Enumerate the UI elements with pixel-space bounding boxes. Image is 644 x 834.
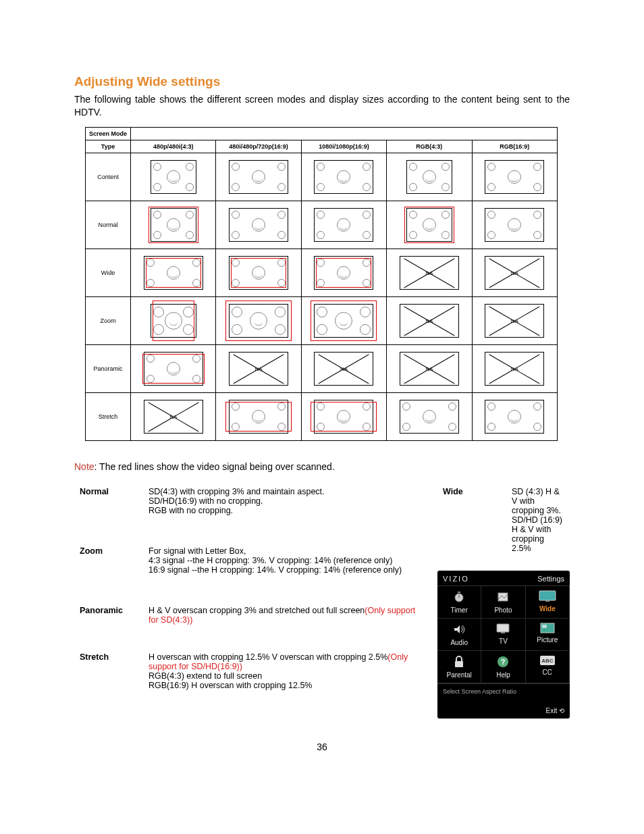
cell-normal-4: [472, 201, 557, 249]
osd-item-parental[interactable]: Parental: [437, 651, 481, 683]
cell-zoom-2: [301, 296, 386, 344]
svg-rect-10: [542, 625, 547, 628]
page-number: 36: [74, 741, 570, 752]
cell-zoom-3: NA: [387, 296, 472, 344]
def-stretch-text: H overscan with cropping 12.5% V oversca…: [143, 646, 424, 719]
svg-rect-11: [455, 661, 463, 667]
def-stretch-label: Stretch: [74, 646, 143, 719]
osd-settings-label: Settings: [537, 575, 564, 583]
osd-item-label: CC: [543, 669, 552, 676]
definitions: Normal SD(4:3) with cropping 3% and main…: [74, 480, 570, 719]
def-wide-label: Wide: [437, 480, 506, 560]
osd-item-label: Help: [496, 671, 510, 679]
def-normal-text: SD(4:3) with cropping 3% and maintain as…: [143, 480, 424, 540]
photo-icon: [496, 590, 510, 604]
def-wide-text: SD (4:3) H & V with cropping 3%. SD/HD (…: [506, 480, 570, 560]
osd-item-label: Audio: [450, 639, 468, 646]
cell-content-3: [387, 153, 472, 201]
tv-icon: [495, 623, 510, 635]
row-label-wide: Wide: [86, 249, 131, 296]
audio-icon: [452, 623, 466, 636]
def-zoom-label: Zoom: [74, 540, 143, 599]
svg-rect-8: [501, 632, 505, 633]
row-label-normal: Normal: [86, 201, 131, 249]
osd-item-label: Wide: [539, 605, 556, 613]
defs-right: Wide SD (4:3) H & V with cropping 3%. SD…: [437, 480, 570, 560]
cell-content-1: [216, 153, 301, 201]
row-label-stretch: Stretch: [86, 392, 131, 440]
cell-panoramic-1: NA: [216, 344, 301, 392]
header-screen-mode: Screen Mode: [86, 127, 131, 140]
svg-rect-7: [497, 624, 509, 632]
svg-text:ABC: ABC: [541, 658, 554, 664]
cell-content-4: [472, 153, 557, 201]
cell-normal-3: [387, 201, 472, 249]
cell-panoramic-0: [131, 344, 216, 392]
cell-zoom-1: [216, 296, 301, 344]
row-label-zoom: Zoom: [86, 296, 131, 344]
row-label-panoramic: Panoramic: [86, 344, 131, 392]
lock-icon: [453, 655, 465, 669]
defs-left: Normal SD(4:3) with cropping 3% and main…: [74, 480, 424, 719]
cc-icon: ABC: [539, 655, 556, 666]
cell-stretch-3: [387, 392, 472, 440]
section-title: Adjusting Wide settings: [74, 74, 570, 89]
osd-item-help[interactable]: ?Help: [481, 651, 525, 683]
header-col-5: RGB(16:9): [472, 140, 557, 153]
osd-item-timer[interactable]: Timer: [437, 586, 481, 619]
cell-wide-1: [216, 249, 301, 296]
cell-wide-4: NA: [472, 249, 557, 296]
def-zoom-text: For signal with Letter Box, 4:3 signal -…: [143, 540, 424, 599]
screen-mode-table: Screen Mode Type480p/480i(4:3)480i/480p/…: [85, 127, 558, 441]
osd-item-label: TV: [499, 637, 508, 645]
cell-stretch-2: [301, 392, 386, 440]
note: Note: The red lines show the video signa…: [74, 461, 570, 472]
header-col-2: 480i/480p/720p(16:9): [216, 140, 301, 153]
picture-icon: [540, 623, 555, 633]
osd-item-tv[interactable]: TV: [481, 619, 525, 651]
cell-content-0: [131, 153, 216, 201]
note-label: Note: [74, 461, 95, 472]
cell-wide-3: NA: [387, 249, 472, 296]
note-text: : The red lines show the video signal be…: [95, 461, 335, 472]
osd-item-label: Parental: [447, 671, 472, 679]
svg-rect-4: [539, 591, 556, 600]
osd-screenshot: VIZIO Settings TimerPhotoWideAudioTVPict…: [437, 571, 570, 719]
cell-zoom-4: NA: [472, 296, 557, 344]
osd-item-label: Photo: [494, 606, 512, 614]
osd-item-label: Timer: [451, 606, 468, 614]
osd-item-cc[interactable]: ABCCC: [526, 651, 570, 683]
cell-stretch-0: NA: [131, 392, 216, 440]
cell-panoramic-3: NA: [387, 344, 472, 392]
osd-item-photo[interactable]: Photo: [481, 586, 525, 619]
cell-normal-0: [131, 201, 216, 249]
help-icon: ?: [496, 655, 510, 669]
def-panoramic-text: H & V overscan cropping 3% and stretched…: [143, 599, 424, 645]
header-col-4: RGB(4:3): [387, 140, 472, 153]
osd-item-picture[interactable]: Picture: [526, 619, 570, 651]
def-normal-label: Normal: [74, 480, 143, 540]
osd-item-audio[interactable]: Audio: [437, 619, 481, 651]
svg-text:?: ?: [501, 658, 506, 666]
osd-help-text: Select Screen Aspect Ratio: [437, 683, 570, 707]
cell-panoramic-2: NA: [301, 344, 386, 392]
back-icon: ⟲: [559, 707, 564, 714]
osd-item-label: Picture: [537, 636, 558, 644]
cell-stretch-4: [472, 392, 557, 440]
svg-rect-2: [458, 592, 460, 593]
wide-icon: [539, 590, 556, 602]
timer-icon: [452, 590, 466, 604]
osd-brand: VIZIO: [443, 575, 469, 583]
cell-stretch-1: [216, 392, 301, 440]
cell-normal-1: [216, 201, 301, 249]
osd-item-wide[interactable]: Wide: [526, 586, 570, 619]
osd-exit: Exit ⟲: [437, 707, 570, 714]
header-type: Type: [86, 140, 131, 153]
cell-content-2: [301, 153, 386, 201]
row-label-content: Content: [86, 153, 131, 201]
svg-marker-6: [454, 625, 460, 633]
header-col-3: 1080i/1080p(16:9): [301, 140, 386, 153]
cell-wide-0: [131, 249, 216, 296]
intro-text: The following table shows the different …: [74, 93, 570, 119]
def-panoramic-label: Panoramic: [74, 599, 143, 645]
